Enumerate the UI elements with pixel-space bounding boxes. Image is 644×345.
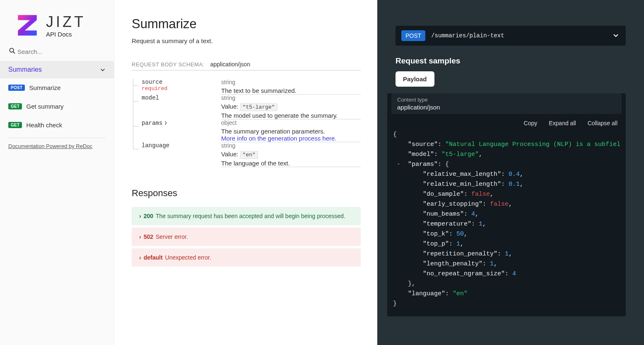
response-502[interactable]: › 502 Server error. (132, 228, 361, 246)
param-desc: The model used to generate the summary. (221, 112, 361, 119)
divider (8, 138, 106, 138)
http-method-badge: POST (401, 30, 425, 41)
response-200[interactable]: › 200 The summary request has been accep… (132, 207, 361, 225)
endpoint-path: /summaries/plain-text (431, 32, 504, 39)
value-label: Value: (221, 103, 238, 110)
responses-heading: Responses (132, 188, 361, 199)
param-type: string (221, 142, 361, 149)
schema-header: REQUEST BODY SCHEMA: application/json (132, 61, 361, 70)
chevron-down-icon (100, 67, 106, 73)
response-code: 200 (144, 213, 153, 219)
response-code: 502 (144, 233, 153, 240)
nav-section-label: Summaries (8, 66, 42, 73)
param-row-model: model string Value: "t5-large" The model… (132, 95, 361, 119)
response-text: The summary request has been accepted an… (156, 213, 345, 219)
nav-item-health-check[interactable]: GET Health check (0, 116, 114, 134)
page-title: Summarize (132, 17, 361, 32)
code-sample-box: Content type application/json Copy Expan… (387, 93, 626, 316)
search-icon (9, 48, 15, 55)
required-label: required (142, 85, 221, 92)
param-type: string (221, 79, 361, 85)
nav-item-label: Get summary (26, 103, 63, 110)
brand-logo: JIZT API Docs (0, 0, 114, 46)
nav-item-label: Health check (26, 121, 62, 129)
brand-name: JIZT (46, 13, 86, 31)
schema-label: REQUEST BODY SCHEMA: (132, 61, 205, 68)
chevron-down-icon (613, 32, 619, 40)
content-type-label: Content type (397, 97, 616, 103)
param-row-source: source required string The text to be su… (132, 79, 361, 95)
powered-by-link[interactable]: Documentation Powered by ReDoc (0, 141, 114, 151)
response-text: Unexpected error. (165, 254, 211, 261)
param-desc: The language of the text. (221, 160, 361, 167)
response-default[interactable]: › default Unexpected error. (132, 248, 361, 267)
code-panel: POST /summaries/plain-text Request sampl… (377, 0, 644, 345)
page-description: Request a summary of a text. (132, 37, 361, 44)
method-badge: GET (8, 103, 22, 109)
param-default-value: "t5-large" (240, 103, 277, 111)
copy-button[interactable]: Copy (524, 120, 538, 126)
param-link[interactable]: More info on the generation process here… (221, 135, 337, 142)
param-type: string (221, 95, 361, 101)
chevron-right-icon: › (139, 213, 141, 219)
method-badge: GET (8, 122, 22, 128)
chevron-right-icon: ❯ (164, 120, 167, 126)
logo-icon (14, 12, 40, 38)
collapse-all-button[interactable]: Collapse all (588, 120, 617, 126)
response-text: Server error. (156, 233, 188, 240)
expand-all-button[interactable]: Expand all (549, 120, 576, 126)
param-desc: The text to be summarized. (221, 87, 361, 94)
main-content: Summarize Request a summary of a text. R… (114, 0, 377, 345)
json-sample[interactable]: { "source": "Natural Language Processing… (387, 130, 626, 309)
endpoint-bar[interactable]: POST /summaries/plain-text (396, 26, 626, 46)
content-type-value: application/json (397, 104, 616, 111)
param-desc: The summary generation parameters. (221, 128, 361, 135)
param-name: model (142, 95, 221, 101)
nav-item-label: Summarize (29, 84, 60, 91)
param-type: object (221, 119, 361, 126)
request-samples-heading: Request samples (396, 56, 626, 66)
param-name: source (142, 79, 221, 85)
param-name: language (142, 142, 221, 149)
param-row-language: language string Value: "en" The language… (132, 142, 361, 167)
method-badge: POST (8, 85, 25, 91)
param-name-expandable[interactable]: params❯ (142, 120, 167, 126)
code-actions: Copy Expand all Collapse all (387, 114, 626, 130)
sidebar: JIZT API Docs Summaries POST Summarize G… (0, 0, 114, 345)
nav-section-summaries[interactable]: Summaries (0, 61, 114, 78)
svg-line-1 (13, 52, 15, 53)
svg-point-0 (10, 48, 13, 52)
schema-content-type: application/json (210, 61, 251, 68)
chevron-right-icon: › (139, 254, 141, 261)
search-input[interactable] (8, 46, 106, 57)
param-row-params: params❯ object The summary generation pa… (132, 119, 361, 142)
value-label: Value: (221, 151, 238, 158)
nav-item-summarize[interactable]: POST Summarize (0, 78, 114, 97)
tab-payload[interactable]: Payload (396, 71, 434, 87)
content-type-bar[interactable]: Content type application/json (391, 93, 622, 114)
brand-subtitle: API Docs (46, 31, 86, 38)
param-default-value: "en" (240, 151, 258, 159)
chevron-right-icon: › (139, 233, 141, 240)
response-code: default (144, 254, 163, 261)
nav-item-get-summary[interactable]: GET Get summary (0, 97, 114, 116)
params-table: source required string The text to be su… (132, 79, 361, 167)
